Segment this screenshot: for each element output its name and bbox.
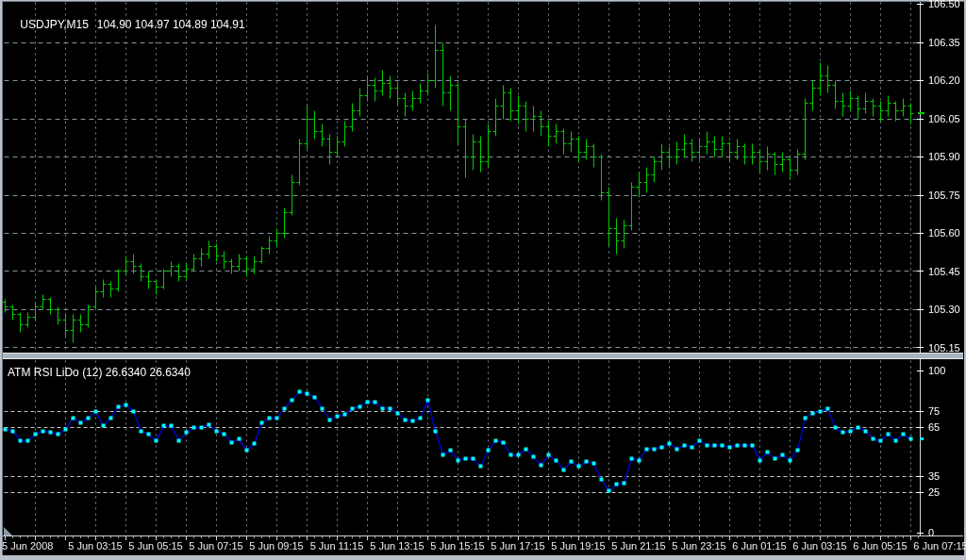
price-axis-label: 105.75 bbox=[928, 190, 960, 201]
indicator-axis-label: 65 bbox=[928, 422, 940, 433]
price-axis-label: 106.35 bbox=[928, 38, 960, 48]
time-axis-label: 6 Jun 07:15 bbox=[898, 541, 966, 552]
time-axis[interactable]: 5 Jun 20085 Jun 03:155 Jun 05:155 Jun 07… bbox=[0, 536, 966, 555]
ohlc-values-label: 104.90 104.97 104.89 104.91 bbox=[97, 18, 245, 31]
indicator-axis[interactable]: 100756535250 bbox=[920, 360, 966, 535]
symbol-period-label: USDJPY,M15 bbox=[20, 18, 88, 31]
indicator-axis-label: 75 bbox=[928, 406, 940, 417]
price-axis-label: 106.20 bbox=[928, 75, 960, 86]
price-axis[interactable]: 106.50106.35106.20106.05105.90105.75105.… bbox=[920, 0, 966, 353]
chart-canvas[interactable] bbox=[0, 0, 966, 560]
price-axis-label: 105.15 bbox=[928, 343, 960, 354]
price-axis-label: 105.90 bbox=[928, 152, 960, 162]
price-axis-label: 106.50 bbox=[928, 0, 960, 9]
chart-title: USDJPY,M15104.90 104.97 104.89 104.91 bbox=[8, 5, 245, 44]
panel-splitter[interactable] bbox=[0, 353, 966, 359]
price-axis-label: 105.60 bbox=[928, 228, 960, 239]
indicator-title: ATM RSI LiDo (12) 26.6340 26.6340 bbox=[8, 366, 191, 379]
price-axis-label: 106.05 bbox=[928, 114, 960, 124]
price-axis-label: 105.30 bbox=[928, 305, 960, 315]
indicator-axis-label: 100 bbox=[928, 366, 945, 376]
indicator-axis-label: 35 bbox=[928, 471, 940, 482]
price-axis-label: 105.45 bbox=[928, 267, 960, 277]
indicator-axis-label: 25 bbox=[928, 487, 940, 498]
chart-window: USDJPY,M15104.90 104.97 104.89 104.91 AT… bbox=[0, 0, 966, 560]
